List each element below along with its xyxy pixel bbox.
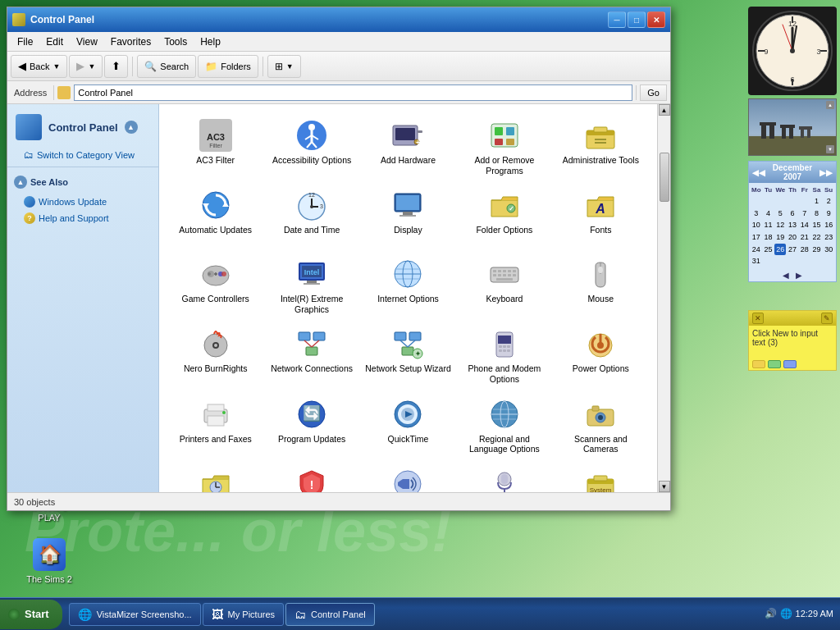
icon-phone-modem[interactable]: Phone and Modem Options [458, 322, 550, 389]
scheduled-tasks-icon-svg [199, 468, 232, 492]
see-also-collapse-btn[interactable]: ▲ [14, 176, 27, 189]
icon-intel-graphics[interactable]: Intel Intel(R) Extreme Graphics [265, 253, 358, 319]
svg-point-68 [208, 272, 211, 276]
folders-button[interactable]: 📁 Folders [198, 55, 258, 78]
sticky-new-btn[interactable]: ✎ [821, 313, 833, 324]
icon-network-setup[interactable]: ✦ Network Setup Wizard [362, 322, 454, 389]
desktop-icon-sims[interactable]: 🏠 The Sims 2 [16, 538, 82, 585]
maximize-button[interactable]: □ [628, 11, 646, 28]
photo-scroll-btn[interactable]: ▲ [826, 101, 834, 109]
cal-next-btn[interactable]: ▶ [796, 271, 802, 280]
scroll-thumb[interactable] [660, 153, 669, 202]
svg-point-100 [214, 344, 217, 347]
menu-tools[interactable]: Tools [158, 34, 194, 49]
security-center-icon-svg: ! [295, 468, 328, 492]
icon-ac3filter[interactable]: AC3 Filter AC3 Filter [169, 114, 262, 180]
icon-security-center[interactable]: ! Security Center [265, 463, 358, 492]
back-dropdown-icon[interactable]: ▼ [52, 62, 60, 71]
icon-display[interactable]: Display [362, 184, 454, 249]
scroll-up-button[interactable]: ▲ [659, 104, 670, 116]
svg-rect-37 [418, 130, 422, 133]
sticky-tab-2[interactable] [768, 360, 781, 368]
accessibility-icon-svg [295, 119, 328, 152]
icon-accessibility[interactable]: Accessibility Options [265, 114, 358, 180]
scanners-cameras-label: Scanners and Cameras [558, 434, 644, 454]
search-icon: 🔍 [144, 61, 157, 72]
svg-rect-43 [495, 139, 503, 145]
scrollbar: ▲ ▼ [657, 104, 670, 492]
taskbar-item-1-icon: 🌐 [78, 608, 92, 621]
menu-view[interactable]: View [70, 34, 104, 49]
sidebar-link-windows-update[interactable]: Windows Update [7, 194, 158, 210]
control-panel-window: Control Panel ─ □ ✕ File Edit View Favor… [7, 7, 671, 511]
photo-svg [749, 99, 837, 156]
icon-keyboard[interactable]: Keyboard [458, 253, 550, 319]
minimize-button[interactable]: ─ [608, 11, 626, 28]
sticky-tab-3[interactable] [783, 360, 797, 368]
sticky-tab-1[interactable] [752, 360, 765, 368]
icon-add-remove[interactable]: Add or Remove Programs [458, 114, 550, 180]
taskbar-item-controlpanel[interactable]: 🗂 Control Panel [285, 603, 375, 626]
icons-grid: AC3 Filter AC3 Filter [166, 111, 651, 492]
icon-fonts[interactable]: A Fonts [555, 184, 647, 249]
views-dropdown-icon[interactable]: ▼ [286, 62, 294, 71]
forward-dropdown-icon[interactable]: ▼ [88, 62, 95, 71]
close-button[interactable]: ✕ [647, 11, 665, 28]
menu-favorites[interactable]: Favorites [104, 34, 158, 49]
icon-add-hardware[interactable]: + Add Hardware [362, 114, 454, 180]
icon-auto-updates[interactable]: Automatic Updates [169, 184, 262, 249]
phone-modem-label: Phone and Modem Options [461, 363, 547, 384]
printers-faxes-icon-svg [199, 398, 232, 431]
icon-sounds-audio[interactable]: Sounds and Audio Devices [362, 463, 454, 492]
back-button[interactable]: ◀ Back ▼ [11, 55, 67, 78]
icon-power-options[interactable]: Power Options [555, 322, 647, 389]
icon-scanners-cameras[interactable]: Scanners and Cameras [555, 393, 647, 459]
icon-program-updates[interactable]: 🔄 Program Updates [265, 393, 358, 459]
menu-file[interactable]: File [11, 34, 39, 49]
icon-printers-faxes[interactable]: Printers and Faxes [169, 393, 262, 459]
sidebar-link-help[interactable]: ? Help and Support [7, 210, 158, 226]
svg-text:12: 12 [308, 192, 315, 198]
svg-rect-107 [409, 332, 421, 340]
cal-nav-next[interactable]: ▶▶ [819, 168, 833, 177]
add-hardware-icon-svg: + [391, 119, 424, 152]
svg-rect-115 [499, 345, 502, 348]
icon-admin-tools[interactable]: Administrative Tools [555, 114, 647, 180]
svg-rect-16 [761, 124, 766, 139]
menu-help[interactable]: Help [194, 34, 227, 49]
icon-internet-options[interactable]: Internet Options [362, 253, 454, 319]
icon-regional[interactable]: Regional and Language Options [458, 393, 550, 459]
menu-edit[interactable]: Edit [39, 34, 70, 49]
scroll-down-button[interactable]: ▼ [659, 481, 670, 492]
date-time-label: Date and Time [284, 225, 340, 235]
forward-button[interactable]: ▶ ▼ [69, 55, 103, 78]
search-button[interactable]: 🔍 Search [137, 55, 196, 78]
program-updates-label: Program Updates [278, 434, 345, 445]
views-button[interactable]: ⊞ ▼ [267, 55, 301, 78]
taskbar-item-vistamizerscreenshot[interactable]: 🌐 VistaMizer Screensho... [69, 603, 201, 626]
go-button[interactable]: Go [640, 84, 667, 101]
icon-mouse[interactable]: Mouse [555, 253, 647, 319]
icon-scheduled-tasks[interactable]: Scheduled Tasks [169, 463, 262, 492]
svg-rect-102 [313, 332, 325, 340]
cal-prev-btn[interactable]: ◀ [783, 271, 789, 280]
cal-nav-prev[interactable]: ◀◀ [752, 168, 765, 177]
taskbar-item-mypictures[interactable]: 🖼 My Pictures [203, 603, 284, 626]
icon-quicktime[interactable]: QuickTime [362, 393, 454, 459]
sidebar-switch-view[interactable]: 🗂 Switch to Category View [7, 147, 158, 163]
icon-date-time[interactable]: 12 3 Date and Time [265, 184, 358, 249]
start-button[interactable]: Start [0, 600, 62, 629]
icon-network-connections[interactable]: Network Connections [265, 322, 358, 389]
icon-system[interactable]: System System [555, 463, 647, 492]
status-text: 30 objects [14, 497, 55, 507]
icon-game-controllers[interactable]: Game Controllers [169, 253, 262, 319]
icon-speech[interactable]: Speech [458, 463, 550, 492]
sidebar-collapse-btn[interactable]: ▲ [125, 121, 138, 134]
sticky-close-btn[interactable]: ✕ [752, 313, 764, 324]
address-input[interactable] [74, 84, 632, 101]
icon-nero-burnrights[interactable]: Nero BurnRights [169, 322, 262, 389]
address-separator-2 [636, 85, 637, 100]
up-button[interactable]: ⬆ [104, 55, 128, 78]
icon-folder-options[interactable]: ✓ Folder Options [458, 184, 550, 249]
photo-scroll-down-btn[interactable]: ▼ [826, 145, 834, 153]
